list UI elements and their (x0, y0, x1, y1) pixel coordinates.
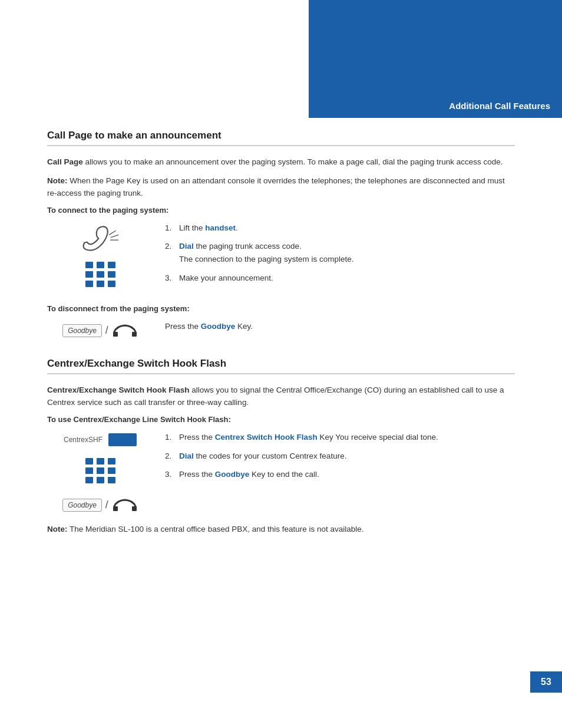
svg-rect-14 (85, 458, 93, 465)
section1-intro-text: allows you to make an announcement over … (83, 157, 503, 166)
section1-instruction-label: To connect to the paging system: (47, 206, 515, 215)
svg-rect-3 (85, 262, 93, 268)
svg-rect-8 (108, 271, 115, 278)
svg-line-1 (111, 235, 118, 237)
section-call-page: Call Page to make an announcement Call P… (47, 130, 515, 339)
section2-instruction-label: To use Centrex/Exchange Line Switch Hook… (47, 415, 515, 424)
svg-rect-24 (132, 506, 137, 511)
phone-end-icon-2 (112, 497, 138, 513)
disconnect-step: Press the Goodbye Key. (165, 320, 515, 333)
section1-icon-col (47, 222, 153, 295)
svg-rect-16 (108, 458, 115, 465)
svg-rect-15 (97, 458, 104, 465)
section1-note-text: When the Page Key is used on an attendan… (47, 176, 505, 198)
svg-rect-11 (108, 281, 115, 287)
handset-icon (77, 224, 124, 253)
section1-steps-col: 1. Lift the handset. 2. Dial the paging … (153, 222, 515, 290)
page-number-badge: 53 (530, 671, 562, 693)
svg-rect-22 (108, 477, 115, 483)
section1-disconnect-label: To disconnect from the paging system: (47, 304, 515, 313)
svg-rect-6 (85, 271, 93, 278)
svg-rect-7 (97, 271, 104, 278)
section2-note-text: The Meridian SL-100 is a central office … (68, 525, 364, 533)
goodbye-key-label: Goodbye (62, 324, 102, 337)
section2-note-bold: Note: (47, 525, 68, 533)
section1-note-bold: Note: (47, 176, 68, 185)
step1-1: 1. Lift the handset. (165, 222, 515, 235)
step2-1-link: Centrex Switch Hook Flash (215, 433, 318, 442)
svg-line-0 (109, 230, 116, 235)
goodbye-key-row: Goodbye / (62, 322, 138, 339)
goodbye-link: Goodbye (201, 322, 236, 331)
section1-note: Note: When the Page Key is used on an at… (47, 174, 515, 200)
svg-rect-17 (85, 467, 93, 474)
svg-rect-18 (97, 467, 104, 474)
section2-note: Note: The Meridian SL-100 is a central o… (47, 523, 515, 536)
header-banner: Additional Call Features (309, 0, 562, 118)
page-number: 53 (541, 677, 551, 687)
step1-2-link: Dial (179, 242, 194, 251)
svg-rect-4 (97, 262, 104, 268)
section1-intro-bold: Call Page (47, 157, 83, 166)
section-centrex: Centrex/Exchange Switch Hook Flash Centr… (47, 358, 515, 536)
phone-end-icon (112, 322, 138, 339)
step2-2-link: Dial (179, 452, 194, 460)
centrex-key-row: CentrexSHF (64, 433, 137, 446)
centrex-button-icon (108, 433, 137, 446)
step2-3-link: Goodbye (215, 470, 250, 479)
section2-heading: Centrex/Exchange Switch Hook Flash (47, 358, 515, 374)
svg-rect-20 (85, 477, 93, 483)
section2-steps-row: CentrexSHF Goodbye (47, 431, 515, 513)
svg-rect-21 (97, 477, 104, 483)
svg-rect-10 (97, 281, 104, 287)
section1-heading: Call Page to make an announcement (47, 130, 515, 146)
svg-rect-13 (132, 332, 137, 337)
step2-1: 1. Press the Centrex Switch Hook Flash K… (165, 431, 515, 444)
step1-3: 3. Make your announcement. (165, 272, 515, 285)
section1-disconnect-steps: Press the Goodbye Key. (153, 320, 515, 339)
svg-rect-5 (108, 262, 115, 268)
goodbye-key-row-2: Goodbye / (62, 497, 138, 513)
section2-steps-col: 1. Press the Centrex Switch Hook Flash K… (153, 431, 515, 487)
svg-rect-12 (113, 332, 118, 337)
svg-rect-19 (108, 467, 115, 474)
section2-icon-col: CentrexSHF Goodbye (47, 431, 153, 513)
header-title: Additional Call Features (449, 101, 550, 111)
svg-rect-23 (113, 506, 118, 511)
section1-connect-row: 1. Lift the handset. 2. Dial the paging … (47, 222, 515, 295)
svg-rect-9 (85, 281, 93, 287)
goodbye-key-label-2: Goodbye (62, 499, 102, 512)
step1-1-link: handset (205, 223, 236, 232)
step1-2: 2. Dial the paging trunk access code.The… (165, 240, 515, 265)
section1-intro: Call Page allows you to make an announce… (47, 156, 515, 169)
section2-intro-bold: Centrex/Exchange Switch Hook Flash (47, 386, 190, 394)
step2-2: 2. Dial the codes for your custom Centre… (165, 450, 515, 463)
section2-intro: Centrex/Exchange Switch Hook Flash allow… (47, 384, 515, 409)
section1-disconnect-icon-col: Goodbye / (47, 320, 153, 339)
centrex-label: CentrexSHF (64, 436, 103, 444)
keypad-icon-2 (82, 456, 118, 491)
step2-3: 3. Press the Goodbye Key to end the call… (165, 468, 515, 481)
keypad-icon (82, 259, 118, 295)
section1-disconnect-row: Goodbye / Press the Goodbye Key. (47, 320, 515, 339)
